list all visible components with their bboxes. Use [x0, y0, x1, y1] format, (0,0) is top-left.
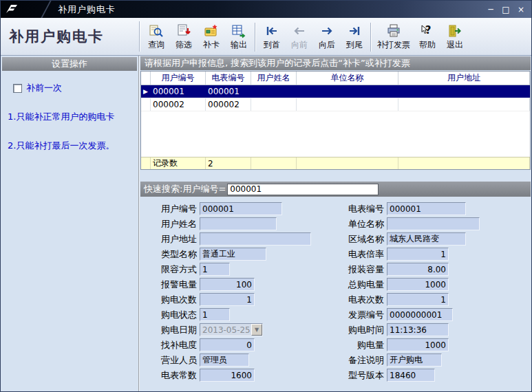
toolbar-button-last[interactable]: 到尾: [341, 19, 368, 55]
sidebar-header: 设置操作: [2, 57, 137, 71]
output-icon: [231, 23, 246, 39]
form-row: 类型名称普通工业: [147, 248, 334, 261]
field-right-7[interactable]: 0000000001: [387, 308, 453, 321]
form-row: 用户姓名: [147, 217, 334, 230]
field-right-3[interactable]: 1: [387, 248, 449, 261]
invoice-icon: [386, 23, 401, 39]
field-label: 单位名称: [334, 218, 384, 230]
body: 设置操作 补前一次 1.只能补正常用户的购电卡 2.只能补打最后一次发票。 请根…: [1, 56, 531, 391]
field-label: 报警电量: [147, 279, 197, 291]
toolbar-button-help[interactable]: ?帮助: [414, 19, 441, 55]
field-label: 总购电量: [334, 279, 384, 291]
card-icon: [204, 23, 219, 39]
purchase-date-combobox[interactable]: 2013-05-25▼: [200, 323, 263, 336]
toolbar-button-exit[interactable]: 退出: [441, 19, 469, 55]
form-row: 型号版本18460: [334, 369, 531, 382]
field-left-11[interactable]: 1600: [200, 369, 255, 382]
minimize-button[interactable]: ─: [485, 4, 496, 14]
row-indicator-icon: [141, 98, 151, 111]
field-label: 型号版本: [334, 369, 384, 382]
field-right-2[interactable]: 城东人民路变: [387, 232, 466, 246]
table-header-cell[interactable]: 单位名称: [297, 72, 398, 85]
toolbar: 补用户购电卡 查询筛选补卡输出到首向前向后到尾补打发票?帮助退出: [1, 18, 531, 56]
form-row: 单位名称: [334, 217, 531, 230]
field-label: 电表次数: [334, 294, 384, 306]
form-row: 备注说明开户购电: [334, 353, 531, 367]
field-left-9[interactable]: 0: [200, 338, 255, 351]
table-cell: [297, 85, 398, 98]
field-right-5[interactable]: 1000: [387, 278, 449, 291]
prev-icon: [292, 23, 307, 39]
form-row: 找补电度0: [147, 338, 334, 351]
toolbar-button-search[interactable]: 查询: [142, 19, 170, 55]
table-footer-row: 记录数2: [141, 157, 530, 169]
field-left-7[interactable]: 1: [200, 308, 230, 321]
maximize-button[interactable]: □: [500, 4, 511, 14]
field-right-10[interactable]: 开户购电: [387, 353, 442, 367]
checkbox-box[interactable]: [13, 84, 22, 93]
record-count-label: 记录数: [151, 157, 206, 169]
toolbar-button-label: 筛选: [175, 39, 192, 51]
form-row: 购电时间11:13:36: [334, 323, 531, 336]
table-header-row: 用户编号电表编号用户姓名单位名称用户地址: [141, 72, 530, 85]
footer-cell: [297, 157, 398, 169]
toolbar-button-card[interactable]: 补卡: [198, 19, 225, 55]
toolbar-button-invoice[interactable]: 补打发票: [374, 19, 414, 55]
toolbar-button-label: 向前: [291, 39, 308, 51]
table-row[interactable]: 000002000002: [141, 98, 530, 111]
field-left-5[interactable]: 100: [200, 278, 255, 291]
toolbar-button-label: 帮助: [419, 39, 436, 51]
field-label: 营业人员: [147, 354, 197, 367]
form-row: 限容方式1: [147, 263, 334, 276]
toolbar-button-first[interactable]: 到首: [258, 19, 286, 55]
toolbar-button-prev: 向前: [286, 19, 313, 55]
field-left-1[interactable]: [200, 217, 277, 230]
search-bar: 快速搜索:用户编号=: [140, 182, 531, 197]
field-left-6[interactable]: 1: [200, 293, 255, 306]
field-label: 发票编号: [334, 309, 384, 321]
field-label: 用户编号: [147, 203, 197, 215]
field-left-4[interactable]: 1: [200, 263, 230, 276]
table-cell: 000002: [206, 98, 251, 111]
form-row: 电表常数1600: [147, 369, 334, 382]
toolbar-buttons: 查询筛选补卡输出到首向前向后到尾补打发票?帮助退出: [142, 18, 469, 55]
field-right-6[interactable]: 1: [387, 293, 449, 306]
field-right-0[interactable]: 000001: [387, 202, 466, 215]
table-header-cell[interactable]: 用户编号: [151, 72, 206, 85]
table-header-cell[interactable]: 用户地址: [398, 72, 530, 85]
field-left-2[interactable]: [200, 232, 311, 246]
table-header-cell[interactable]: 电表编号: [206, 72, 251, 85]
field-right-8[interactable]: 11:13:36: [387, 323, 449, 336]
checkbox-previous-time[interactable]: 补前一次: [13, 82, 137, 94]
toolbar-separator: [255, 23, 256, 52]
table-row[interactable]: ▶000001000001: [141, 85, 530, 98]
form-row: 购电量1000: [334, 338, 531, 351]
sidebar-note-2: 2.只能补打最后一次发票。: [8, 140, 133, 152]
toolbar-button-output[interactable]: 输出: [225, 19, 253, 55]
field-label: 购电次数: [147, 294, 197, 306]
app-logo-icon: [4, 3, 19, 15]
table-cell: 000001: [151, 85, 206, 98]
chevron-down-icon[interactable]: ▼: [251, 324, 262, 336]
field-right-9[interactable]: 1000: [387, 338, 449, 351]
field-right-11[interactable]: 18460: [387, 369, 435, 382]
toolbar-separator: [370, 23, 372, 52]
table-header-cell[interactable]: 用户姓名: [251, 72, 297, 85]
field-left-10[interactable]: 管理员: [200, 353, 249, 367]
instruction-bar: 请根据用户申报信息, 搜索到该用户的记录后点击“补卡”或补打发票: [140, 56, 531, 70]
titlebar-divider: [32, 1, 51, 18]
field-label: 购电量: [334, 339, 384, 351]
field-label: 电表常数: [147, 369, 197, 382]
filter-icon: [176, 23, 191, 39]
field-right-1[interactable]: [387, 217, 480, 230]
toolbar-button-next[interactable]: 向后: [313, 19, 341, 55]
close-button[interactable]: ×: [515, 4, 526, 14]
search-input[interactable]: [227, 184, 379, 195]
field-right-4[interactable]: 8.00: [387, 263, 449, 276]
form-row: 报警电量100: [147, 278, 334, 291]
toolbar-button-filter[interactable]: 筛选: [170, 19, 198, 55]
field-left-0[interactable]: 000001: [200, 202, 282, 215]
last-icon: [347, 23, 362, 39]
field-left-3[interactable]: 普通工业: [200, 248, 266, 261]
toolbar-button-label: 输出: [231, 39, 247, 51]
